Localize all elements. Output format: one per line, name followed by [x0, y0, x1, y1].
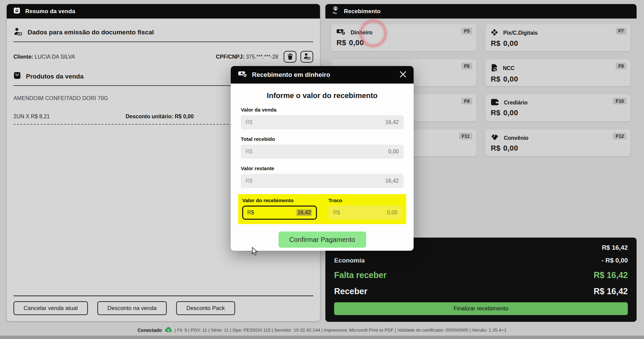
connection-status: Conectado — [137, 328, 162, 333]
payment-tile-amount: R$0,00 — [491, 39, 625, 48]
change-value: 0,00 — [387, 210, 397, 216]
close-icon — [400, 71, 406, 79]
payment-tile-dinheiro[interactable]: F5 Dinheiro R$0,00 — [331, 24, 476, 51]
sale-value: 16,42 — [385, 119, 399, 125]
remaining-value: R$ 16,42 — [594, 270, 628, 280]
fkey-badge: F10 — [613, 98, 626, 104]
cash-icon — [336, 29, 346, 37]
shopping-bag-icon — [13, 71, 21, 81]
fkey-badge: F9 — [461, 98, 472, 104]
sale-value-field: R$ 16,42 — [241, 115, 404, 129]
currency-prefix: R$ — [246, 119, 252, 125]
payment-value-input[interactable]: R$ 16,42 — [242, 206, 317, 220]
payment-input-highlight: Valor do recebimento R$ 16,42 Troco R$ 0… — [238, 194, 406, 224]
payment-tile-amount: R$0,00 — [491, 75, 625, 84]
hand-money-icon — [331, 6, 340, 17]
receipt-icon — [13, 6, 21, 16]
remaining-value-field: R$ 16,42 — [241, 174, 404, 188]
pos-app: Resumo da venda Dados para emissão do do… — [0, 0, 644, 339]
fiscal-data-section-title: Dados para emissão do documento fiscal — [13, 27, 313, 37]
trash-icon — [287, 53, 293, 61]
status-bar: Conectado | Fil: 9 | PDV: 11 | Série: 11… — [0, 325, 644, 336]
currency-prefix: R$ — [333, 210, 340, 216]
cash-payment-modal: Recebimento em dinheiro Informe o valor … — [231, 66, 414, 251]
remaining-value: 16,42 — [385, 178, 399, 184]
field-label: Valor restante — [241, 165, 404, 171]
product-unit-discount: Desconto unitário: R$ 0,00 — [126, 114, 194, 120]
remaining-label: Falta receber — [334, 270, 387, 280]
modal-heading: Informe o valor do recebimento — [241, 91, 404, 100]
sale-value-group: Valor da venda R$ 16,42 — [241, 107, 404, 129]
payment-value-text: 16,42 — [296, 209, 312, 216]
wallet-icon — [491, 99, 499, 107]
cpf-label: CPF/CNPJ: — [216, 54, 244, 60]
payment-tile-amount: R$0,00 — [491, 144, 625, 153]
bottom-strip — [0, 336, 644, 339]
receive-label: Receber — [334, 286, 367, 296]
change-label: Troco — [328, 197, 402, 203]
client-cpf: CPF/CNPJ: 375.***.***-28 — [216, 54, 278, 60]
handshake-icon — [491, 134, 499, 142]
sale-discount-button[interactable]: Desconto na venda — [97, 301, 167, 315]
panel-title: Resumo da venda — [25, 8, 75, 15]
fkey-badge: F7 — [616, 28, 626, 34]
payment-tile-label: Convênio — [504, 135, 528, 141]
panel-title: Recebimento — [344, 8, 381, 15]
pack-discount-button[interactable]: Desconto Pack — [176, 301, 235, 315]
payment-panel-header: Recebimento — [325, 4, 637, 19]
total-received-field: R$ 0,00 — [241, 145, 404, 159]
note-check-icon — [491, 64, 498, 73]
summary-economy-row: Economia - R$ 0,00 — [334, 254, 628, 267]
economy-value: - R$ 0,00 — [602, 257, 628, 264]
fkey-badge: F11 — [459, 133, 472, 140]
finalize-payment-button[interactable]: Finalizar recebimento — [334, 302, 628, 315]
payment-tile-crediario[interactable]: F10 Crediário R$0,00 — [485, 94, 631, 121]
payment-tile-ncc[interactable]: F8 NCC R$0,00 — [485, 59, 631, 86]
payment-tile-label: Pix/C.Digitais — [503, 30, 538, 36]
person-card-icon — [303, 53, 311, 61]
client-label: Cliente: — [13, 54, 33, 60]
modal-title: Recebimento em dinheiro — [252, 71, 330, 79]
sale-summary-header: Resumo da venda — [7, 4, 320, 19]
fkey-badge: F6 — [461, 63, 472, 69]
section-title: Dados para emissão do documento fiscal — [28, 29, 154, 36]
field-label: Total recebido — [241, 136, 404, 142]
currency-prefix: R$ — [246, 149, 252, 155]
payment-tile-label: Dinheiro — [351, 30, 373, 36]
summary-total-value: R$ 16,42 — [602, 244, 628, 251]
close-modal-button[interactable] — [400, 71, 406, 79]
product-qty-price: 2UN X R$ 8,21 — [13, 114, 126, 120]
total-received-group: Total recebido R$ 0,00 — [241, 136, 404, 159]
payment-value-label: Valor do recebimento — [242, 197, 317, 203]
pix-icon — [491, 29, 498, 37]
change-client-button[interactable] — [300, 51, 313, 63]
payment-tile-label: Crediário — [504, 100, 527, 106]
payment-tile-pix[interactable]: F7 Pix/C.Digitais R$0,00 — [485, 24, 631, 51]
remove-client-button[interactable] — [284, 51, 296, 63]
field-label: Valor da venda — [241, 107, 404, 113]
currency-prefix: R$ — [246, 178, 252, 184]
receive-value: R$ 16,42 — [594, 286, 628, 296]
cash-icon — [238, 71, 247, 79]
client-name: Cliente: LUCIA DA SILVA — [13, 54, 75, 60]
economy-label: Economia — [334, 257, 365, 264]
payment-tile-amount: R$0,00 — [491, 109, 625, 117]
fkey-badge: F8 — [616, 63, 626, 69]
payment-tile-amount: R$0,00 — [336, 38, 471, 47]
payment-tile-label: NCC — [503, 65, 515, 71]
person-document-icon — [13, 27, 23, 37]
fkey-badge: F12 — [613, 133, 626, 140]
summary-receive-row: Receber R$ 16,42 — [334, 283, 628, 300]
currency-prefix: R$ — [247, 210, 254, 216]
cancel-sale-button[interactable]: Cancelar venda atual — [13, 301, 88, 315]
change-field: R$ 0,00 — [328, 206, 402, 220]
remaining-value-group: Valor restante R$ 16,42 — [241, 165, 404, 188]
total-received-value: 0,00 — [388, 149, 399, 155]
fkey-badge: F5 — [461, 28, 472, 34]
payment-tile-convenio[interactable]: F12 Convênio R$0,00 — [485, 129, 631, 156]
section-title: Produtos da venda — [26, 73, 84, 80]
confirm-payment-button[interactable]: Confirmar Pagamento — [279, 232, 366, 248]
status-info: | Fil: 9 | PDV: 11 | Série: 11 | Ope: PE… — [175, 328, 507, 333]
modal-header: Recebimento em dinheiro — [231, 66, 414, 84]
summary-remaining-row: Falta receber R$ 16,42 — [334, 267, 628, 283]
